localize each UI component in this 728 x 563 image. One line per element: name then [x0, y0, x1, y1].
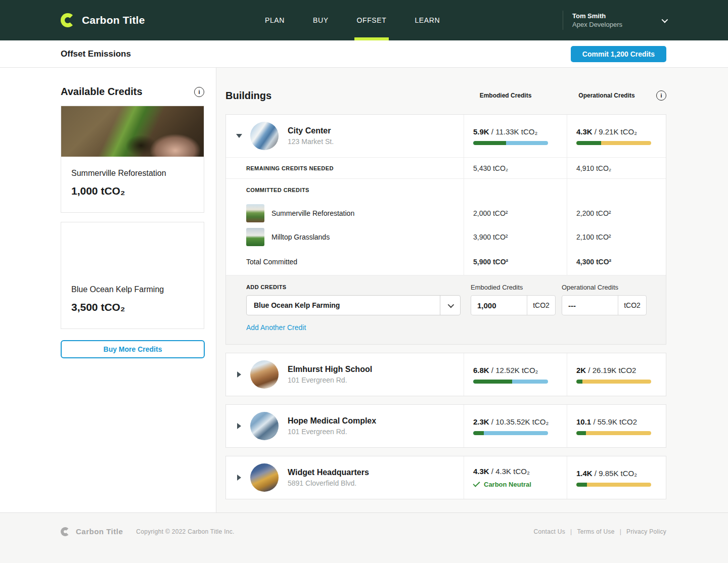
expand-toggle[interactable] [233, 371, 245, 378]
operational-progress-bar [576, 141, 651, 145]
dropdown-chevron[interactable] [440, 296, 460, 315]
expand-toggle[interactable] [233, 475, 245, 481]
milltop-thumb [246, 228, 264, 246]
committed-credit-row: Milltop Grasslands 3,900 tCO² 2,100 tCO² [226, 225, 666, 249]
total-committed-row: Total Committed 5,900 tCO² 4,300 tCO² [226, 249, 666, 275]
buildings-title: Buildings [225, 90, 464, 102]
col-header-operational: Operational Credits [567, 92, 666, 99]
chevron-down-icon [448, 301, 454, 308]
building-address: 123 Market St. [288, 137, 334, 146]
building-card-city-center: City Center 123 Market St. 5.9K / 11.33K… [225, 114, 666, 345]
embodied-credits-value: 4.3K / 4.3K tCO₂ [473, 467, 567, 476]
footer-link-contact[interactable]: Contact Us [534, 528, 565, 535]
chevron-down-icon[interactable] [662, 16, 668, 23]
credit-card-kelp[interactable]: Blue Ocean Kelp Farming 3,500 tCO₂ [61, 222, 204, 329]
committed-credits-section: COMMITTED CREDITS Summerville Reforestat… [226, 178, 666, 275]
credit-card-summerville[interactable]: Summerville Reforestation 1,000 tCO₂ [61, 106, 204, 213]
embodied-progress-bar [473, 431, 548, 435]
building-card-elmhurst: Elmhurst High School 101 Evergreen Rd. 6… [225, 353, 666, 396]
credit-name: Summerville Reforestation [71, 169, 194, 178]
committed-embodied: 2,000 tCO² [473, 209, 567, 217]
total-embodied: 5,900 tCO² [473, 258, 567, 266]
footer-logo-icon [61, 527, 70, 536]
add-another-credit-link[interactable]: Add Another Credit [246, 323, 306, 332]
committed-credit-name: Milltop Grasslands [271, 233, 330, 241]
top-nav-bar: Carbon Title PLAN BUY OFFSET LEARN Tom S… [0, 0, 728, 40]
summerville-thumb [246, 204, 264, 222]
info-icon[interactable] [194, 87, 204, 97]
user-org: Apex Developers [572, 20, 622, 29]
embodied-credits-value: 2.3K / 10.35.52K tCO₂ [473, 417, 567, 426]
building-avatar [250, 412, 279, 440]
brand-name: Carbon Title [82, 14, 145, 26]
embodied-input-label: Embodied Credits [471, 284, 556, 291]
building-name: Elmhurst High School [288, 365, 372, 374]
remaining-credits-label: REMAINING CREDITS NEEDED [246, 165, 334, 171]
building-name: Widget Headquarters [288, 468, 369, 477]
committed-operational: 2,200 tCO² [576, 209, 666, 217]
building-address: 101 Evergreen Rd. [288, 376, 372, 384]
credit-name: Blue Ocean Kelp Farming [71, 285, 194, 294]
building-card-widget: Widget Headquarters 5891 Cloverfield Blv… [225, 456, 666, 499]
brand: Carbon Title [61, 13, 145, 27]
divider [563, 11, 563, 30]
footer: Carbon Title Copyright © 2022 Carbon Tit… [0, 512, 728, 563]
page-title: Offset Emissions [61, 49, 131, 59]
committed-operational: 2,100 tCO² [576, 233, 666, 241]
operational-credits-value: 10.1 / 55.9K tCO2 [576, 417, 666, 426]
triangle-right-icon [237, 423, 241, 429]
page-header: Offset Emissions Commit 1,200 Credits [0, 40, 728, 68]
col-header-embodied: Embodied Credits [464, 92, 567, 99]
collapse-toggle[interactable] [233, 134, 245, 138]
operational-progress-bar [576, 483, 651, 487]
operational-progress-bar [576, 431, 651, 435]
add-credits-label: ADD CREDITS [246, 284, 461, 290]
user-name: Tom Smith [572, 12, 622, 20]
footer-link-privacy[interactable]: Privacy Policy [620, 528, 666, 535]
checkmark-icon [473, 480, 480, 487]
available-credits-title: Available Credits [61, 86, 143, 98]
embodied-credits-value: 6.8K / 12.52K tCO₂ [473, 366, 567, 374]
triangle-down-icon [236, 134, 242, 138]
footer-copyright: Copyright © 2022 Carbon Title Inc. [136, 528, 234, 535]
operational-unit-suffix: tCO2 [618, 296, 646, 315]
user-menu[interactable]: Tom Smith Apex Developers [563, 0, 666, 40]
expand-toggle[interactable] [233, 423, 245, 429]
building-avatar [250, 122, 279, 150]
credit-select-value: Blue Ocean Kelp Farming [247, 296, 440, 315]
building-avatar [250, 463, 279, 492]
committed-credit-name: Summerville Reforestation [271, 209, 354, 217]
operational-credits-value: 4.3K / 9.21K tCO₂ [576, 127, 666, 136]
embodied-credits-input[interactable]: 1,000 [471, 296, 527, 315]
building-name: City Center [288, 126, 334, 135]
info-icon[interactable] [656, 90, 666, 101]
building-row: City Center 123 Market St. 5.9K / 11.33K… [226, 115, 666, 157]
buildings-panel: Buildings Embodied Credits Operational C… [216, 68, 728, 512]
nav-learn[interactable]: LEARN [415, 0, 440, 40]
embodied-progress-bar [473, 141, 548, 145]
building-address: 5891 Cloverfield Blvd. [288, 479, 369, 487]
building-name: Hope Medical Complex [288, 416, 376, 426]
operational-credits-input[interactable]: --- [562, 296, 618, 315]
main-nav: PLAN BUY OFFSET LEARN [265, 0, 440, 40]
buy-more-credits-button[interactable]: Buy More Credits [61, 340, 205, 358]
building-address: 101 Evergreen Rd. [288, 428, 376, 436]
available-credits-panel: Available Credits Summerville Reforestat… [0, 68, 216, 512]
operational-progress-bar [576, 380, 651, 384]
operational-credits-value: 2K / 26.19K tCO2 [576, 366, 666, 374]
carbon-title-logo-icon [61, 13, 75, 27]
footer-brand: Carbon Title [76, 527, 123, 536]
credit-amount: 3,500 tCO₂ [71, 301, 194, 313]
nav-offset[interactable]: OFFSET [357, 0, 387, 40]
nav-plan[interactable]: PLAN [265, 0, 285, 40]
commit-credits-button[interactable]: Commit 1,200 Credits [571, 46, 666, 62]
remaining-operational: 4,910 tCO₂ [576, 164, 666, 172]
add-credits-section: ADD CREDITS Blue Ocean Kelp Farming Embo… [226, 275, 666, 344]
footer-link-terms[interactable]: Terms of Use [570, 528, 615, 535]
building-card-hope: Hope Medical Complex 101 Evergreen Rd. 2… [225, 404, 666, 448]
embodied-credits-value: 5.9K / 11.33K tCO₂ [473, 127, 567, 136]
embodied-unit-suffix: tCO2 [527, 296, 555, 315]
credit-select-dropdown[interactable]: Blue Ocean Kelp Farming [246, 295, 461, 315]
total-operational: 4,300 tCO² [576, 258, 666, 266]
nav-buy[interactable]: BUY [313, 0, 329, 40]
